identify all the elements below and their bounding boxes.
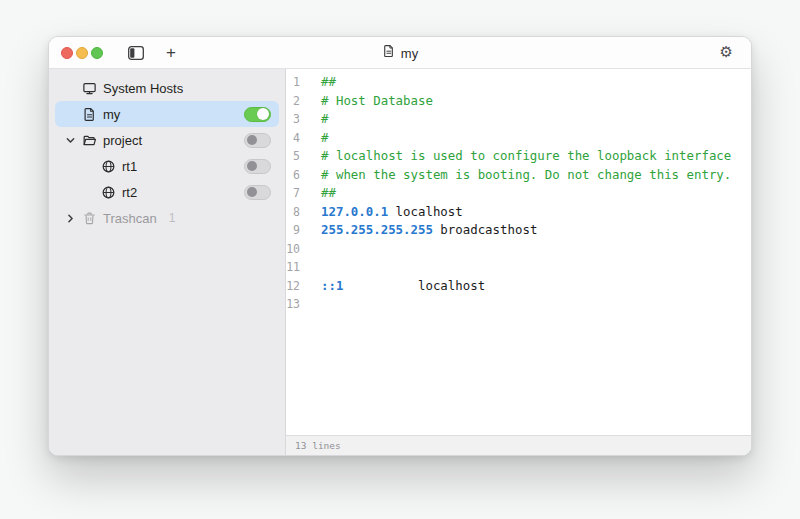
line-content: # Host Database bbox=[321, 92, 433, 111]
line-number: 10 bbox=[286, 240, 300, 259]
toggle-knob bbox=[247, 187, 257, 197]
document-icon bbox=[81, 106, 97, 122]
line-content: ## bbox=[321, 73, 336, 92]
zoom-button[interactable] bbox=[91, 47, 103, 59]
editor-line[interactable]: 10 bbox=[286, 240, 751, 259]
line-number: 7 bbox=[286, 184, 300, 203]
sidebar-item-label: Trashcan bbox=[103, 211, 157, 226]
code-segment-ip: 127.0.0.1 bbox=[321, 204, 388, 219]
line-count-label: 13 lines bbox=[295, 440, 341, 451]
code-segment-comment: # Host Database bbox=[321, 93, 433, 108]
toggle-knob bbox=[247, 161, 257, 171]
editor-line[interactable]: 13 bbox=[286, 295, 751, 314]
toggle-knob bbox=[247, 135, 257, 145]
enable-toggle-my[interactable] bbox=[244, 107, 271, 122]
line-number: 12 bbox=[286, 277, 300, 296]
globe-icon bbox=[100, 184, 116, 200]
enable-toggle-rt1[interactable] bbox=[244, 159, 271, 174]
editor-line[interactable]: 3# bbox=[286, 110, 751, 129]
code-segment-comment: ## bbox=[321, 74, 336, 89]
hosts-editor[interactable]: 1##2# Host Database3#4#5# localhost is u… bbox=[286, 69, 751, 455]
line-number: 3 bbox=[286, 110, 300, 129]
enable-toggle-rt2[interactable] bbox=[244, 185, 271, 200]
trash-icon bbox=[81, 210, 97, 226]
code-segment-ip: ::1 bbox=[321, 278, 343, 293]
editor-line[interactable]: 2# Host Database bbox=[286, 92, 751, 111]
editor-line[interactable]: 11 bbox=[286, 258, 751, 277]
chevron-down-icon[interactable] bbox=[63, 133, 81, 148]
title-text: my bbox=[401, 46, 418, 61]
code-segment-plain: broadcasthost bbox=[433, 222, 537, 237]
line-content: # when the system is booting. Do not cha… bbox=[321, 166, 731, 185]
sidebar-item-trashcan[interactable]: Trashcan1 bbox=[55, 205, 279, 231]
editor-line[interactable]: 9255.255.255.255 broadcasthost bbox=[286, 221, 751, 240]
line-content: # localhost is used to configure the loo… bbox=[321, 147, 731, 166]
code-segment-plain: localhost bbox=[343, 278, 485, 293]
code-segment-comment: # localhost is used to configure the loo… bbox=[321, 148, 731, 163]
code-segment-comment: # bbox=[321, 130, 328, 145]
trashcan-count-badge: 1 bbox=[169, 211, 176, 225]
line-number: 4 bbox=[286, 129, 300, 148]
line-content: 127.0.0.1 localhost bbox=[321, 203, 463, 222]
toggle-sidebar-button[interactable] bbox=[124, 42, 148, 64]
sidebar-toggle-icon bbox=[128, 46, 144, 60]
status-bar: 13 lines bbox=[286, 435, 751, 455]
code-segment-comment: # when the system is booting. Do not cha… bbox=[321, 167, 731, 182]
editor-lines: 1##2# Host Database3#4#5# localhost is u… bbox=[286, 69, 751, 314]
window-body: System Hostsmyprojectrt1rt2Trashcan1 1##… bbox=[49, 69, 751, 455]
folder-icon bbox=[81, 132, 97, 148]
line-number: 11 bbox=[286, 258, 300, 277]
gear-icon: ⚙ bbox=[720, 45, 733, 60]
editor-line[interactable]: 5# localhost is used to configure the lo… bbox=[286, 147, 751, 166]
line-number: 8 bbox=[286, 203, 300, 222]
add-hosts-button[interactable]: + bbox=[162, 42, 180, 64]
titlebar: + my ⚙ bbox=[49, 37, 751, 69]
editor-line[interactable]: 12::1 localhost bbox=[286, 277, 751, 296]
line-number: 13 bbox=[286, 295, 300, 314]
code-segment-plain: localhost bbox=[388, 204, 463, 219]
toggle-knob bbox=[257, 108, 269, 120]
sidebar-item-rt2[interactable]: rt2 bbox=[55, 179, 279, 205]
sidebar-item-label: System Hosts bbox=[103, 81, 183, 96]
code-segment-comment: ## bbox=[321, 185, 336, 200]
line-content: 255.255.255.255 broadcasthost bbox=[321, 221, 537, 240]
line-content: ## bbox=[321, 184, 336, 203]
sidebar-item-system-hosts[interactable]: System Hosts bbox=[55, 75, 279, 101]
line-content: # bbox=[321, 110, 328, 129]
enable-toggle-project[interactable] bbox=[244, 133, 271, 148]
line-number: 9 bbox=[286, 221, 300, 240]
line-number: 1 bbox=[286, 73, 300, 92]
sidebar-item-label: rt1 bbox=[122, 159, 137, 174]
sidebar-item-my[interactable]: my bbox=[55, 101, 279, 127]
editor-line[interactable]: 7## bbox=[286, 184, 751, 203]
sidebar-item-label: project bbox=[103, 133, 142, 148]
window-title: my bbox=[382, 37, 418, 69]
traffic-lights bbox=[61, 47, 104, 59]
sidebar-item-rt1[interactable]: rt1 bbox=[55, 153, 279, 179]
code-segment-comment: # bbox=[321, 111, 328, 126]
minimize-button[interactable] bbox=[76, 47, 88, 59]
close-button[interactable] bbox=[61, 47, 73, 59]
monitor-icon bbox=[81, 80, 97, 96]
line-number: 6 bbox=[286, 166, 300, 185]
line-content: # bbox=[321, 129, 328, 148]
code-segment-ip: 255.255.255.255 bbox=[321, 222, 433, 237]
line-content: ::1 localhost bbox=[321, 277, 485, 296]
editor-line[interactable]: 8127.0.0.1 localhost bbox=[286, 203, 751, 222]
app-window: + my ⚙ System Hostsmyprojectrt1rt2Trashc… bbox=[48, 36, 752, 456]
sidebar-item-project[interactable]: project bbox=[55, 127, 279, 153]
document-icon bbox=[382, 44, 396, 62]
line-number: 2 bbox=[286, 92, 300, 111]
settings-button[interactable]: ⚙ bbox=[716, 41, 737, 63]
globe-icon bbox=[100, 158, 116, 174]
sidebar-item-label: my bbox=[103, 107, 120, 122]
sidebar: System Hostsmyprojectrt1rt2Trashcan1 bbox=[49, 69, 286, 455]
chevron-right-icon[interactable] bbox=[63, 211, 81, 226]
editor-line[interactable]: 6# when the system is booting. Do not ch… bbox=[286, 166, 751, 185]
sidebar-item-label: rt2 bbox=[122, 185, 137, 200]
editor-line[interactable]: 4# bbox=[286, 129, 751, 148]
editor-line[interactable]: 1## bbox=[286, 73, 751, 92]
line-number: 5 bbox=[286, 147, 300, 166]
